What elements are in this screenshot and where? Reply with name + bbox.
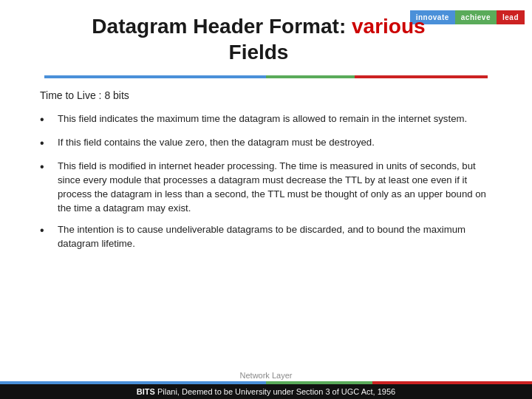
bullet-text-1: This field indicates the maximum time th… [58, 112, 467, 126]
footer-line-green [266, 381, 372, 384]
title-highlight: various [352, 15, 426, 38]
bullet-text-4: The intention is to cause undeliverable … [58, 222, 492, 250]
bullet-icon: • [40, 112, 53, 128]
slide: innovate achieve lead Datagram Header Fo… [0, 0, 532, 399]
header: Datagram Header Format: various Fields [0, 0, 532, 71]
footer-line-bar [0, 381, 532, 384]
footer-bottom-bar: BITS Pilani, Deemed to be University und… [0, 384, 532, 399]
footer-line-blue [0, 381, 266, 384]
title-text-part2: Fields [229, 41, 289, 64]
bullet-text-3: This field is modified in internet heade… [58, 159, 492, 216]
footer-line-red [372, 381, 532, 384]
bullet-text-2: If this field contains the value zero, t… [58, 135, 375, 149]
section-title: Time to Live : 8 bits [40, 89, 492, 101]
footer: Network Layer BITS Pilani, Deemed to be … [0, 366, 532, 399]
bullet-icon: • [40, 136, 53, 151]
list-item: • The intention is to cause undeliverabl… [40, 222, 492, 250]
page-title: Datagram Header Format: various Fields [44, 13, 473, 65]
line-red [355, 75, 488, 78]
list-item: • If this field contains the value zero,… [40, 135, 492, 151]
main-content: Time to Live : 8 bits • This field indic… [0, 79, 532, 265]
bullet-icon: • [40, 160, 53, 175]
list-item: • This field indicates the maximum time … [40, 112, 492, 128]
bits-label: BITS [137, 387, 155, 396]
network-layer-label: Network Layer [0, 366, 532, 381]
bullet-list: • This field indicates the maximum time … [40, 112, 492, 250]
bullet-icon: • [40, 223, 53, 239]
footer-bottom-text: Pilani, Deemed to be University under Se… [155, 387, 395, 396]
line-green [266, 75, 355, 78]
line-blue [44, 75, 266, 78]
title-text-part1: Datagram Header Format: [92, 15, 352, 38]
list-item: • This field is modified in internet hea… [40, 159, 492, 216]
